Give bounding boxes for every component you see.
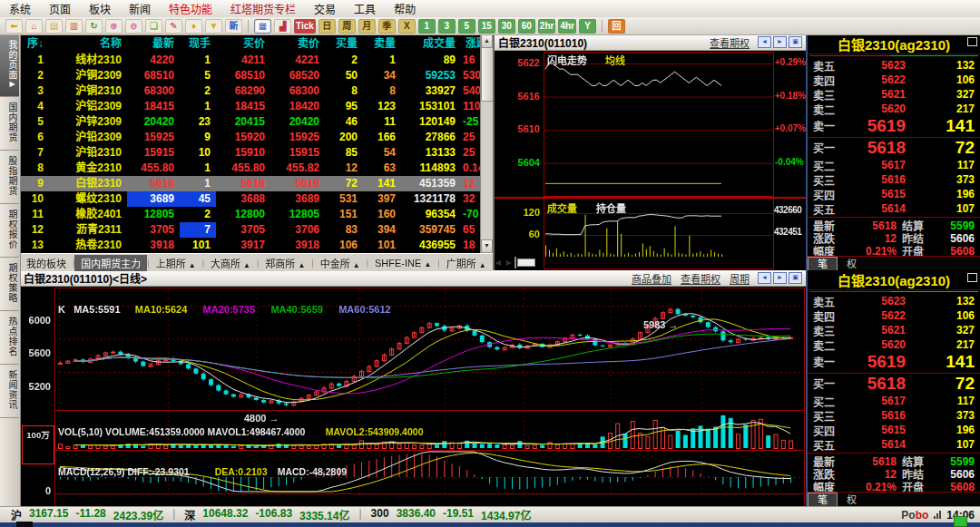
bid-row-5[interactable]: 买五5614107 [808,201,980,216]
bid-row-1[interactable]: 买一561872 [808,374,980,394]
tabs-prev-icon[interactable]: ◀ [493,259,504,267]
bid-row-3[interactable]: 买三5616373 [808,172,980,187]
min1-period-button[interactable]: 1 [418,19,436,34]
order-tab-权[interactable]: 权 [838,493,866,506]
split-layout-icon[interactable]: ▣ [789,36,802,48]
sidebar-tab-5[interactable]: 期权策略 [0,258,19,311]
filter-icon[interactable]: ▼ [205,19,222,34]
menu-item-system[interactable]: 系统 [0,1,40,16]
bid-row-4[interactable]: 买四5615196 [808,423,980,437]
home-icon[interactable]: ⌂ [25,19,43,34]
table-row-沪锌2309[interactable]: 5沪锌2309204202320415204204611120149-25 [20,114,493,130]
quarter-period-button[interactable]: 季 [378,19,396,34]
market-tab-6[interactable]: 中金所 ▲ [314,255,367,271]
market-tab-1[interactable]: 我的板块 [20,255,73,271]
vertical-scrollbar[interactable]: ▲ ▼ [480,34,493,253]
market-tab-5[interactable]: 郑商所 ▲ [259,255,311,271]
table-row-热卷2310[interactable]: 13热卷231039181013917391810610143695518 [20,238,493,253]
menu-item-special-features[interactable]: 特色功能 [160,1,221,16]
ask-row-3[interactable]: 卖三5621327 [808,87,980,102]
sidebar-tab-3[interactable]: 股指期货 [0,151,19,204]
ask-row-2[interactable]: 卖二5620217 [808,337,980,352]
market-tab-4[interactable]: 大商所 ▲ [204,255,257,271]
table-row-沪铅2309[interactable]: 6沪铅230915925915920159252001662786625 [20,130,493,145]
order-tab-笔[interactable]: 笔 [808,493,838,506]
column-header-1[interactable]: 序↓ [20,34,49,53]
column-header-6[interactable]: 卖价 [270,34,325,53]
sidebar-tab-1[interactable]: 我的页面▶ [0,34,19,97]
min3-period-button[interactable]: 3 [438,19,456,34]
tick-period-button[interactable]: Tick [294,19,316,34]
min15-period-button[interactable]: 15 [478,19,495,34]
column-header-8[interactable]: 卖量 [363,34,401,53]
table-row-橡胶2401[interactable]: 11橡胶2401128052128001280515116096354-70 [20,207,493,222]
next-layout-icon[interactable]: ► [773,272,787,284]
bid-row-2[interactable]: 买二5617117 [808,158,980,172]
order-tab-笔[interactable]: 笔 [808,257,838,270]
zoom-in-icon[interactable]: ⊕ [105,19,122,34]
hour4-period-button[interactable]: 4hr [558,19,576,34]
horizontal-scrollbar[interactable] [514,257,516,268]
prev-layout-icon[interactable]: ◄ [758,272,771,284]
ask-row-1[interactable]: 卖一5619141 [808,116,980,136]
scrollbar-thumb[interactable] [481,47,494,102]
market-tab-2[interactable]: 国内期货主力 [74,255,147,271]
year-period-button[interactable]: Y [579,19,596,34]
table-row-线材2310[interactable]: 1线材23104220142114221218916 [20,53,493,68]
tabs-next-icon[interactable]: ▶ [504,259,514,267]
prev-layout-icon[interactable]: ◄ [758,36,771,48]
sidebar-tab-4[interactable]: 期权报价 [0,204,19,258]
return-icon[interactable]: 回 [608,19,625,34]
column-header-3[interactable]: 最新 [127,34,180,53]
ask-row-1[interactable]: 卖一5619141 [808,352,980,372]
order-tab-权[interactable]: 权 [838,258,866,270]
bid-row-3[interactable]: 买三5616373 [808,408,980,423]
min30-period-button[interactable]: 30 [498,19,515,34]
panel-maximize-icon[interactable] [967,273,977,282]
ask-row-5[interactable]: 卖五5623132 [808,294,980,308]
table-row-沪铜2310[interactable]: 3沪铜231068300268290683008833927540 [20,83,493,99]
ask-row-4[interactable]: 卖四5622106 [808,73,980,87]
day-period-button[interactable]: 日 [318,19,336,34]
view-options-link-2[interactable]: 查看期权 [676,271,725,286]
menu-item-trade[interactable]: 交易 [305,1,345,16]
table-row-沪铜2309[interactable]: 2沪铜23096851056851068520503459253530 [20,68,493,83]
table-row-螺纹2310[interactable]: 10螺纹231036894536883689531397132117832 [20,191,493,207]
overlay-commodity-link[interactable]: 商品叠加 [627,271,676,286]
scroll-down-icon[interactable]: ▼ [481,239,493,253]
table-row-沥青2311[interactable]: 12沥青231137057370537068339435974565 [20,222,493,238]
export-icon[interactable]: ▥ [65,19,83,34]
period-link[interactable]: 周期 [725,271,754,286]
market-tab-8[interactable]: 广期所 ▲ [440,255,493,271]
table-row-沪铝2309[interactable]: 4沪铝2309184151184151842095123153101110 [20,99,493,114]
week-period-button[interactable]: 周 [338,19,356,34]
sidebar-tab-2[interactable]: 国内期货 [0,97,19,151]
tick-chart-canvas[interactable] [495,51,806,270]
hour2-period-button[interactable]: 2hr [538,19,556,34]
back-icon[interactable]: ⬅ [5,19,23,34]
market-tab-7[interactable]: SHFE-INE ▲ [368,257,437,269]
scroll-up-icon[interactable]: ▲ [481,34,493,48]
quote-table-icon[interactable]: ▦ [254,19,271,34]
pages-icon[interactable]: ▤ [45,19,63,34]
alert-icon[interactable]: ♦ [185,19,202,34]
sidebar-tab-6[interactable]: 热点排名 [0,311,19,365]
column-header-5[interactable]: 买价 [216,34,270,53]
column-header-2[interactable]: 名称 [49,34,127,53]
new-icon[interactable]: 新 [225,19,242,34]
ask-row-3[interactable]: 卖三5621327 [808,323,980,337]
bid-row-1[interactable]: 买一561872 [808,138,980,158]
table-row-白银2310[interactable]: 9白银231056181561856197214145135912 [20,176,493,191]
month-period-button[interactable]: 月 [358,19,376,34]
menu-item-help[interactable]: 帮助 [385,1,425,16]
menu-item-blocks[interactable]: 板块 [80,1,120,16]
split-layout-icon[interactable]: ▣ [789,272,802,284]
menu-item-hongta-column[interactable]: 红塔期货专栏 [221,1,305,16]
chart-icon[interactable]: ▟ [274,19,291,34]
table-row-沪铅2310[interactable]: 7沪铅23101591510159101591585541313325 [20,145,493,161]
sidebar-tab-7[interactable]: 新闻资讯 [0,365,19,418]
ask-row-5[interactable]: 卖五5623132 [808,58,980,73]
blocks-icon[interactable]: ❏ [145,19,162,34]
min5-period-button[interactable]: 5 [458,19,475,34]
h-scrollbar-thumb[interactable] [517,259,535,267]
